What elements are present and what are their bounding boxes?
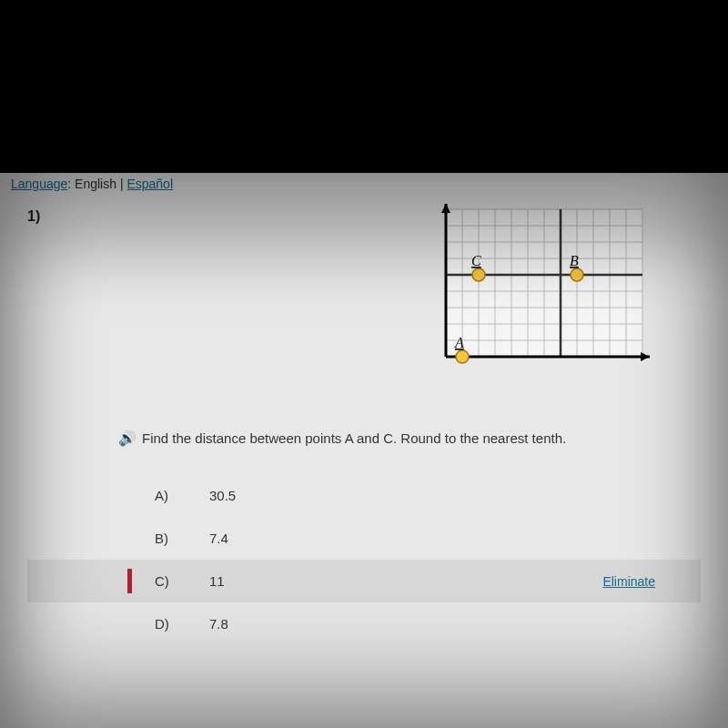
choice-value: 7.4 <box>209 531 228 546</box>
eliminate-link[interactable]: Eliminate <box>602 574 655 589</box>
graph-svg: C B A <box>419 200 655 382</box>
choice-value: 30.5 <box>209 488 236 503</box>
language-separator: | <box>120 177 124 191</box>
choice-letter: C) <box>155 573 209 589</box>
svg-marker-29 <box>441 204 450 213</box>
choice-letter: B) <box>155 531 209 546</box>
choice-b[interactable]: B) 7.4 <box>27 517 701 560</box>
content-area: Language: English | Español 1) <box>0 173 728 728</box>
language-alternative-link[interactable]: Español <box>126 177 173 191</box>
language-bar: Language: English | Español <box>0 173 728 195</box>
language-label: Language <box>11 177 67 191</box>
choice-letter: D) <box>155 616 209 632</box>
point-c-label: C <box>471 253 481 268</box>
top-black-bar <box>0 0 728 173</box>
choice-value: 7.8 <box>209 616 228 632</box>
question-text: Find the distance between points A and C… <box>142 430 566 446</box>
svg-marker-27 <box>641 352 650 361</box>
point-a-label: A <box>454 335 464 350</box>
coordinate-graph: C B A <box>419 200 655 382</box>
point-b-label: B <box>570 253 579 268</box>
question-area: 1) <box>0 195 728 659</box>
answer-choices: A) 30.5 B) 7.4 C) 11 Eliminate D) 7.8 <box>27 474 701 645</box>
point-b-marker <box>571 268 583 281</box>
language-current: English <box>75 177 116 191</box>
choice-value: 11 <box>209 573 225 589</box>
choice-letter: A) <box>155 488 209 503</box>
question-prompt-row: 🔊 Find the distance between points A and… <box>27 430 701 447</box>
point-a-marker <box>456 350 469 363</box>
point-c-marker <box>472 268 485 281</box>
choice-a[interactable]: A) 30.5 <box>27 474 701 517</box>
choice-c[interactable]: C) 11 Eliminate <box>27 560 701 602</box>
speaker-icon[interactable]: 🔊 <box>118 430 136 447</box>
choice-d[interactable]: D) 7.8 <box>27 602 701 645</box>
